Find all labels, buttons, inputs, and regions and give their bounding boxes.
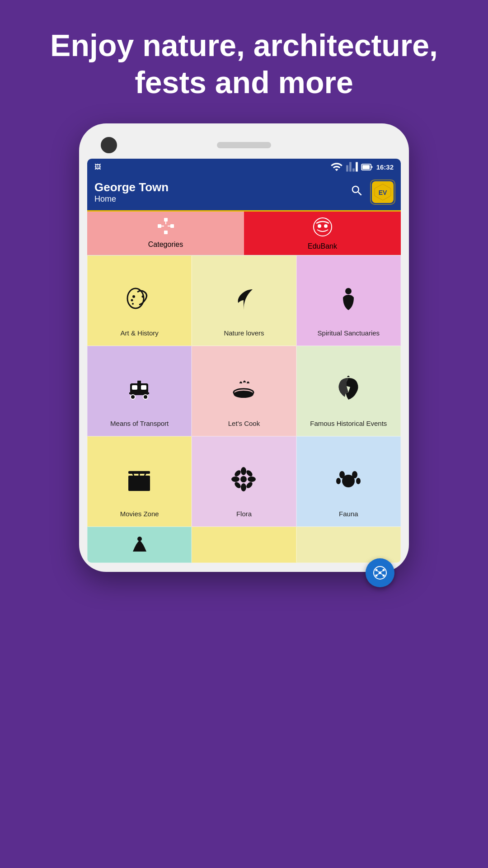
- svg-point-39: [248, 476, 256, 482]
- status-bar-left: 🖼: [94, 163, 103, 170]
- cell-cook[interactable]: Let's Cook: [192, 346, 296, 436]
- transport-icon: [125, 359, 154, 419]
- svg-rect-34: [128, 471, 150, 474]
- cell-spiritual[interactable]: Spiritual Sanctuaries: [296, 255, 401, 346]
- svg-point-16: [131, 299, 133, 301]
- transport-label: Means of Transport: [110, 419, 169, 428]
- ev-badge[interactable]: EV: [372, 181, 394, 203]
- svg-line-58: [376, 573, 380, 576]
- spiritual-icon: [334, 269, 363, 329]
- app-bar-actions: EV: [350, 181, 394, 203]
- svg-point-48: [356, 478, 361, 484]
- svg-rect-25: [137, 381, 141, 384]
- svg-point-24: [143, 395, 148, 399]
- svg-rect-22: [141, 385, 146, 390]
- nature-lovers-label: Nature lovers: [224, 329, 264, 338]
- history-events-icon: [334, 359, 363, 419]
- svg-point-42: [245, 469, 253, 477]
- svg-point-36: [241, 467, 246, 475]
- tab-edubank[interactable]: EduBank: [244, 212, 401, 255]
- cell-nature-lovers[interactable]: Nature lovers: [192, 255, 296, 346]
- phone-top-bar: [87, 132, 401, 159]
- app-subtitle: Home: [94, 194, 169, 204]
- svg-point-41: [245, 481, 253, 489]
- svg-point-47: [336, 478, 341, 484]
- svg-point-45: [339, 471, 345, 478]
- partial-cell-3[interactable]: [296, 527, 401, 563]
- flora-label: Flora: [236, 509, 252, 519]
- svg-point-14: [127, 288, 144, 308]
- svg-point-12: [318, 224, 321, 228]
- edubank-icon: [313, 217, 333, 241]
- partial-cell-2[interactable]: [192, 527, 296, 563]
- signal-icon: [346, 160, 358, 173]
- svg-rect-1: [362, 165, 370, 169]
- svg-rect-29: [128, 478, 150, 491]
- cell-movies[interactable]: Movies Zone: [87, 436, 192, 527]
- cell-art-history[interactable]: Art & History: [87, 255, 192, 346]
- flora-icon: [229, 449, 258, 509]
- search-button[interactable]: [350, 184, 364, 201]
- svg-point-17: [142, 295, 144, 297]
- nature-lovers-icon: [229, 269, 258, 329]
- svg-point-27: [234, 391, 253, 398]
- svg-point-38: [231, 476, 239, 482]
- svg-rect-26: [129, 392, 149, 394]
- hero-text: Enjoy nature, architecture, fests and mo…: [0, 0, 488, 123]
- battery-icon: [361, 160, 374, 173]
- partial-icon-1: [88, 533, 191, 556]
- tab-categories[interactable]: Categories: [87, 212, 244, 255]
- app-bar-title: George Town Home: [94, 180, 169, 204]
- svg-point-19: [345, 288, 352, 294]
- svg-point-43: [234, 481, 242, 489]
- phone-container: 🖼 16:32: [79, 123, 409, 572]
- spiritual-label: Spiritual Sanctuaries: [318, 329, 380, 338]
- edubank-label: EduBank: [308, 242, 337, 250]
- city-name: George Town: [94, 180, 169, 194]
- svg-rect-21: [132, 385, 137, 390]
- movies-icon: [125, 449, 154, 509]
- svg-point-46: [352, 471, 357, 478]
- svg-line-57: [380, 570, 384, 573]
- categories-icon: [157, 217, 175, 239]
- cell-transport[interactable]: Means of Transport: [87, 346, 192, 436]
- svg-point-23: [131, 395, 135, 399]
- cell-fauna[interactable]: Fauna: [296, 436, 401, 527]
- phone-camera: [101, 137, 117, 153]
- partial-cell-1[interactable]: [87, 527, 192, 563]
- svg-rect-3: [164, 218, 168, 222]
- status-bar: 🖼 16:32: [87, 159, 401, 175]
- svg-point-18: [132, 303, 134, 305]
- svg-point-13: [324, 224, 328, 228]
- svg-point-15: [132, 295, 135, 298]
- cook-icon: [229, 359, 258, 419]
- movies-label: Movies Zone: [120, 509, 159, 519]
- app-bar: George Town Home EV: [87, 175, 401, 212]
- fab-button[interactable]: [366, 558, 394, 587]
- svg-point-11: [314, 218, 332, 236]
- svg-rect-30: [128, 476, 150, 479]
- fauna-label: Fauna: [339, 509, 358, 519]
- cook-label: Let's Cook: [228, 419, 260, 428]
- cell-history-events[interactable]: Famous Historical Events: [296, 346, 401, 436]
- svg-line-56: [376, 570, 380, 573]
- svg-rect-5: [170, 224, 174, 228]
- svg-line-59: [380, 573, 384, 576]
- svg-text:EV: EV: [379, 189, 387, 196]
- phone-speaker: [217, 142, 271, 148]
- status-app-icon: 🖼: [94, 163, 101, 170]
- tab-bar: Categories EduBank: [87, 212, 401, 255]
- svg-point-49: [137, 537, 142, 541]
- phone-screen: 🖼 16:32: [87, 159, 401, 563]
- svg-point-37: [241, 483, 246, 491]
- art-history-icon: [125, 269, 154, 329]
- category-grid: Art & History Nature lovers Spiritu: [87, 255, 401, 527]
- status-time: 16:32: [376, 163, 394, 171]
- fauna-icon: [334, 449, 363, 509]
- categories-label: Categories: [148, 241, 183, 249]
- svg-rect-4: [158, 224, 161, 228]
- svg-point-35: [240, 476, 247, 482]
- svg-point-40: [234, 469, 242, 477]
- wifi-icon: [330, 160, 343, 173]
- cell-flora[interactable]: Flora: [192, 436, 296, 527]
